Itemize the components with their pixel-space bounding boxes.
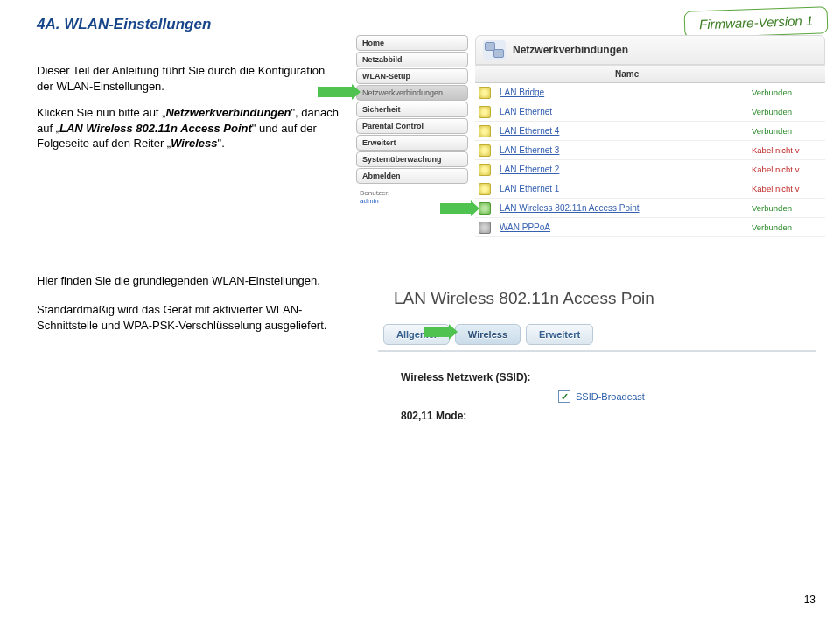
sidebar-item-home[interactable]: Home <box>356 35 468 51</box>
highlight-arrow-icon <box>318 87 353 97</box>
table-row: LAN BridgeVerbunden <box>475 83 825 102</box>
connection-status: Verbunden <box>752 126 822 136</box>
intro-paragraph-3: Hier finden Sie die grundlegenden WLAN-E… <box>37 273 343 289</box>
connection-link[interactable]: LAN Ethernet 1 <box>500 184 752 193</box>
intro-paragraph-4: Standardmäßig wird das Gerät mit aktivie… <box>37 302 343 333</box>
sidebar-item-sicherheit[interactable]: Sicherheit <box>356 102 468 117</box>
table-row: LAN EthernetVerbunden <box>475 102 825 122</box>
lan-icon <box>479 144 491 157</box>
connection-link[interactable]: LAN Ethernet <box>500 107 752 116</box>
connection-status: Kabel nicht v <box>752 145 822 155</box>
lan-icon <box>479 183 491 195</box>
table-row: LAN Ethernet 4Verbunden <box>475 122 825 141</box>
connection-link[interactable]: LAN Bridge <box>500 88 752 97</box>
connection-status: Kabel nicht v <box>752 165 822 174</box>
table-row: LAN Ethernet 3Kabel nicht v <box>475 141 825 160</box>
connection-status: Verbunden <box>752 203 822 213</box>
firmware-version-badge: Firmware-Version 1 <box>683 6 828 39</box>
page-number: 13 <box>804 594 816 606</box>
sidebar-item-netzwerkverbindungen[interactable]: Netzwerkverbindungen <box>356 85 468 101</box>
screenshot-wireless-settings: LAN Wireless 802.11n Access Poin Allgeme… <box>378 278 816 506</box>
table-row: LAN Ethernet 1Kabel nicht v <box>475 179 825 199</box>
connection-link[interactable]: LAN Wireless 802.11n Access Point <box>500 203 752 213</box>
intro-paragraph-2: Klicken Sie nun bitte auf „Netzwerkverbi… <box>37 105 343 151</box>
connection-status: Verbunden <box>752 88 822 97</box>
ssid-broadcast-label: SSID-Broadcast <box>576 391 645 402</box>
wlan-icon <box>479 202 491 215</box>
sidebar-item-wlan-setup[interactable]: WLAN-Setup <box>356 68 468 84</box>
highlight-arrow-icon <box>424 327 450 337</box>
intro-paragraph-1: Dieser Teil der Anleitung führt Sie durc… <box>37 63 334 94</box>
sidebar-item-erweitert[interactable]: Erweitert <box>356 135 468 151</box>
column-header-name: Name <box>475 66 825 83</box>
sidebar-item-systemueberwachung[interactable]: Systemüberwachung <box>356 151 468 167</box>
lan-icon <box>479 125 491 137</box>
user-name: admin <box>360 197 379 205</box>
sidebar-item-abmelden[interactable]: Abmelden <box>356 168 468 184</box>
connection-link[interactable]: LAN Ethernet 3 <box>500 145 752 155</box>
sidebar-item-netzabbild[interactable]: Netzabbild <box>356 52 468 67</box>
sidebar: Home Netzabbild WLAN-Setup Netzwerkverbi… <box>356 35 468 205</box>
ssid-label: Wireless Netzwerk (SSID): <box>401 371 558 383</box>
table-row: LAN Ethernet 2Kabel nicht v <box>475 160 825 179</box>
connection-link[interactable]: LAN Ethernet 4 <box>500 126 752 136</box>
table-row: WAN PPPoAVerbunden <box>475 218 825 237</box>
table-row: LAN Wireless 802.11n Access PointVerbund… <box>475 199 825 218</box>
section-title: 4A. WLAN-Einstellungen <box>37 16 334 39</box>
connection-status: Kabel nicht v <box>752 184 822 193</box>
wan-icon <box>479 222 491 234</box>
connection-status: Verbunden <box>752 222 822 232</box>
user-label: Benutzer: <box>360 189 389 197</box>
ssid-broadcast-checkbox[interactable]: ✓ <box>558 390 570 403</box>
wireless-panel-title: LAN Wireless 802.11n Access Poin <box>378 278 816 324</box>
sidebar-item-parental-control[interactable]: Parental Control <box>356 118 468 134</box>
tab-erweitert[interactable]: Erweitert <box>526 324 593 345</box>
screenshot-network-connections: Home Netzabbild WLAN-Setup Netzwerkverbi… <box>356 35 820 236</box>
tab-bar: Allgemei Wireless Erweitert <box>378 324 816 345</box>
lan-icon <box>479 164 491 176</box>
mode-label: 802,11 Mode: <box>401 410 558 422</box>
lan-icon <box>479 106 491 118</box>
connection-link[interactable]: LAN Ethernet 2 <box>500 165 752 174</box>
lan-icon <box>479 87 491 99</box>
panel-title: Netzwerkverbindungen <box>513 44 628 56</box>
connections-table: Name LAN BridgeVerbundenLAN EthernetVerb… <box>475 65 825 237</box>
connection-link[interactable]: WAN PPPoA <box>500 222 752 232</box>
connection-status: Verbunden <box>752 107 822 116</box>
panel-header: Netzwerkverbindungen <box>475 35 825 65</box>
highlight-arrow-icon <box>440 203 472 214</box>
network-icon <box>483 40 506 60</box>
tab-wireless[interactable]: Wireless <box>455 324 521 345</box>
